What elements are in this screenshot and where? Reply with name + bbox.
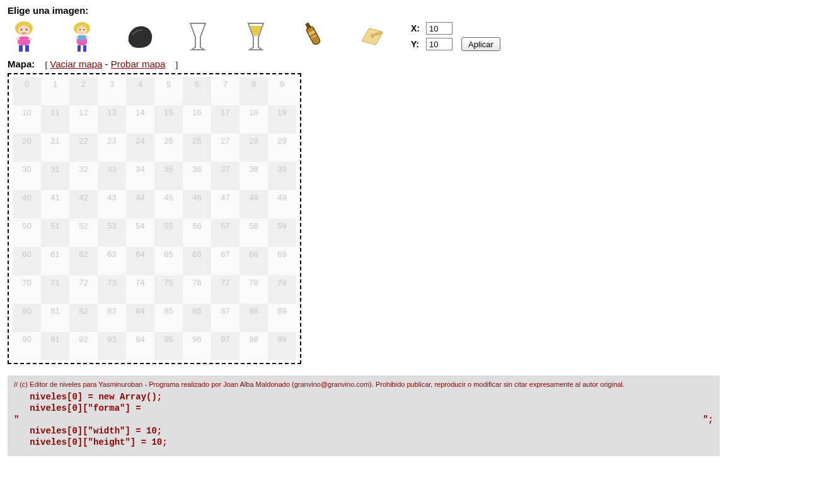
grid-cell[interactable]: 94: [126, 332, 154, 360]
grid-cell[interactable]: 22: [69, 134, 98, 162]
grid-cell[interactable]: 47: [211, 190, 239, 219]
grid-cell[interactable]: 51: [41, 219, 69, 247]
grid-cell[interactable]: 11: [41, 105, 69, 134]
grid-cell[interactable]: 4: [126, 77, 154, 105]
grid-cell[interactable]: 17: [211, 105, 239, 134]
grid-cell[interactable]: 30: [13, 162, 41, 190]
grid-cell[interactable]: 5: [154, 77, 183, 105]
grid-cell[interactable]: 32: [69, 162, 98, 190]
grid-cell[interactable]: 78: [239, 275, 268, 304]
grid-cell[interactable]: 43: [98, 190, 126, 219]
grid-cell[interactable]: 13: [98, 105, 126, 134]
grid-cell[interactable]: 85: [154, 304, 183, 332]
grid-cell[interactable]: 55: [154, 219, 183, 247]
grid-cell[interactable]: 3: [98, 77, 126, 105]
grid-cell[interactable]: 83: [98, 304, 126, 332]
grid-cell[interactable]: 77: [211, 275, 239, 304]
grid-cell[interactable]: 71: [41, 275, 69, 304]
grid-cell[interactable]: 8: [239, 77, 268, 105]
grid-cell[interactable]: 68: [239, 247, 268, 275]
grid-cell[interactable]: 23: [98, 134, 126, 162]
grid-cell[interactable]: 44: [126, 190, 154, 219]
grid-cell[interactable]: 1: [41, 77, 69, 105]
grid-cell[interactable]: 27: [211, 134, 239, 162]
grid-cell[interactable]: 72: [69, 275, 98, 304]
grid-cell[interactable]: 15: [154, 105, 183, 134]
grid-cell[interactable]: 26: [183, 134, 211, 162]
grid-cell[interactable]: 67: [211, 247, 239, 275]
grid-cell[interactable]: 90: [13, 332, 41, 360]
grid-cell[interactable]: 2: [69, 77, 98, 105]
grid-cell[interactable]: 0: [13, 77, 41, 105]
grid-cell[interactable]: 75: [154, 275, 183, 304]
grid-cell[interactable]: 50: [13, 219, 41, 247]
grid-cell[interactable]: 9: [268, 77, 296, 105]
grid-cell[interactable]: 98: [239, 332, 268, 360]
grid-cell[interactable]: 80: [13, 304, 41, 332]
grid-cell[interactable]: 95: [154, 332, 183, 360]
grid-cell[interactable]: 57: [211, 219, 239, 247]
grid-cell[interactable]: 97: [211, 332, 239, 360]
grid-cell[interactable]: 10: [13, 105, 41, 134]
grid-cell[interactable]: 21: [41, 134, 69, 162]
grid-cell[interactable]: 96: [183, 332, 211, 360]
grid-cell[interactable]: 37: [211, 162, 239, 190]
grid-cell[interactable]: 19: [268, 105, 296, 134]
sprite-rock[interactable]: [125, 20, 155, 54]
grid-cell[interactable]: 88: [239, 304, 268, 332]
grid-cell[interactable]: 33: [98, 162, 126, 190]
sprite-glass-empty[interactable]: [183, 20, 213, 54]
grid-cell[interactable]: 35: [154, 162, 183, 190]
grid-cell[interactable]: 46: [183, 190, 211, 219]
grid-cell[interactable]: 42: [69, 190, 98, 219]
grid-cell[interactable]: 20: [13, 134, 41, 162]
grid-cell[interactable]: 45: [154, 190, 183, 219]
grid-cell[interactable]: 63: [98, 247, 126, 275]
test-map-link[interactable]: Probar mapa: [111, 59, 166, 69]
grid-cell[interactable]: 89: [268, 304, 296, 332]
grid-cell[interactable]: 16: [183, 105, 211, 134]
grid-cell[interactable]: 59: [268, 219, 296, 247]
grid-cell[interactable]: 39: [268, 162, 296, 190]
grid-cell[interactable]: 36: [183, 162, 211, 190]
y-input[interactable]: [426, 38, 452, 50]
grid-cell[interactable]: 54: [126, 219, 154, 247]
sprite-eraser[interactable]: goma: [357, 20, 387, 54]
grid-cell[interactable]: 86: [183, 304, 211, 332]
grid-cell[interactable]: 28: [239, 134, 268, 162]
grid-cell[interactable]: 34: [126, 162, 154, 190]
grid-cell[interactable]: 18: [239, 105, 268, 134]
grid-cell[interactable]: 64: [126, 247, 154, 275]
grid-cell[interactable]: 38: [239, 162, 268, 190]
grid-cell[interactable]: 62: [69, 247, 98, 275]
grid-cell[interactable]: 84: [126, 304, 154, 332]
grid-cell[interactable]: 7: [211, 77, 239, 105]
grid-cell[interactable]: 65: [154, 247, 183, 275]
sprite-girl-pink[interactable]: [9, 20, 39, 54]
grid-cell[interactable]: 6: [183, 77, 211, 105]
grid-cell[interactable]: 76: [183, 275, 211, 304]
grid-cell[interactable]: 25: [154, 134, 183, 162]
grid-cell[interactable]: 70: [13, 275, 41, 304]
sprite-bottle[interactable]: vino: [299, 20, 329, 54]
grid-cell[interactable]: 79: [268, 275, 296, 304]
grid-cell[interactable]: 24: [126, 134, 154, 162]
grid-cell[interactable]: 69: [268, 247, 296, 275]
sprite-glass-full[interactable]: [241, 20, 271, 54]
sprite-girl-blue[interactable]: [67, 20, 97, 54]
grid-cell[interactable]: 52: [69, 219, 98, 247]
grid-cell[interactable]: 53: [98, 219, 126, 247]
grid-cell[interactable]: 40: [13, 190, 41, 219]
grid-cell[interactable]: 49: [268, 190, 296, 219]
grid-cell[interactable]: 74: [126, 275, 154, 304]
grid-cell[interactable]: 92: [69, 332, 98, 360]
grid-cell[interactable]: 56: [183, 219, 211, 247]
grid-cell[interactable]: 14: [126, 105, 154, 134]
grid-cell[interactable]: 99: [268, 332, 296, 360]
grid-cell[interactable]: 60: [13, 247, 41, 275]
grid-cell[interactable]: 12: [69, 105, 98, 134]
grid-cell[interactable]: 58: [239, 219, 268, 247]
grid-cell[interactable]: 48: [239, 190, 268, 219]
grid-cell[interactable]: 87: [211, 304, 239, 332]
grid-cell[interactable]: 29: [268, 134, 296, 162]
